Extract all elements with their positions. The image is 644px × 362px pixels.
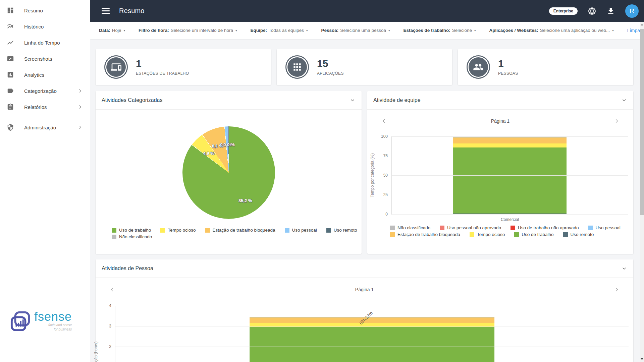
sidebar-item-administracao[interactable]: Administração bbox=[0, 119, 90, 135]
panel-title: Atividades Categorizadas bbox=[102, 97, 162, 103]
legend-row: Não classificadoUso pessoal não aprovado… bbox=[390, 225, 633, 230]
legend-item-tempo-ocioso[interactable]: Tempo ocioso bbox=[160, 228, 196, 233]
sidebar-item-label: Analytics bbox=[24, 72, 44, 78]
legend-swatch bbox=[160, 228, 165, 233]
legend-item-uso-pessoal[interactable]: Uso pessoal bbox=[285, 228, 317, 233]
dropdown-caret-icon: ▾ bbox=[306, 29, 308, 32]
sidebar-item-resumo[interactable]: Resumo bbox=[0, 2, 90, 18]
filter-label: Pessoa: bbox=[321, 28, 339, 33]
vertical-scrollbar[interactable] bbox=[640, 22, 644, 362]
filter-value: Selecione um intervalo de hora bbox=[171, 28, 233, 33]
stat-label: PESSOAS bbox=[498, 71, 518, 76]
scrollbar-thumb[interactable] bbox=[640, 29, 644, 215]
page-prev-icon[interactable] bbox=[109, 286, 116, 293]
fsense-logo-text: fsense bbox=[34, 311, 72, 322]
legend-swatch bbox=[112, 228, 116, 233]
filter-pessoa[interactable]: Pessoa:Selecione uma pessoa▾ bbox=[321, 28, 390, 33]
bar-segment-uso-de-trabalho bbox=[250, 327, 494, 362]
legend-label: Uso pessoal não aprovado bbox=[447, 225, 501, 230]
bar-segment-uso-de-trabalho bbox=[453, 147, 567, 214]
dropdown-caret-icon: ▾ bbox=[235, 29, 237, 32]
bar-segment-tempo-ocioso bbox=[453, 143, 567, 147]
gridline bbox=[392, 175, 628, 176]
filter-equipe[interactable]: Equipe:Todas as equipes▾ bbox=[250, 28, 308, 33]
sidebar-item-relatorios[interactable]: Relatórios bbox=[0, 99, 90, 115]
legend-label: Uso remoto bbox=[334, 228, 357, 233]
dropdown-caret-icon: ▾ bbox=[474, 29, 476, 32]
page-label: Página 1 bbox=[491, 118, 509, 124]
legend-swatch bbox=[563, 232, 568, 237]
stat-value: 1 bbox=[136, 59, 189, 69]
sidebar-divider bbox=[0, 117, 90, 117]
scroll-down-arrow-icon[interactable] bbox=[641, 358, 643, 360]
fsense-logo-icon bbox=[10, 311, 31, 332]
sidebar-item-label: Administração bbox=[24, 125, 56, 130]
person-stacked-bar-chart: Duração (horas) 03h:27m 432 bbox=[115, 306, 629, 362]
legend-row: Estação de trabalho bloqueadaTempo ocios… bbox=[390, 232, 633, 237]
legend-label: Uso de trabalho bbox=[522, 232, 553, 237]
filter-label: Filtro de hora: bbox=[139, 28, 169, 33]
user-avatar[interactable]: R bbox=[625, 4, 639, 18]
chevron-down-icon[interactable] bbox=[621, 97, 627, 103]
gridline bbox=[392, 214, 628, 215]
legend-item-uso-de-trabalho[interactable]: Uso de trabalho bbox=[514, 232, 553, 237]
sidebar-item-linha-do-tempo[interactable]: Linha do Tempo bbox=[0, 35, 90, 51]
panel-categorized-activities: Atividades Categorizadas 85,2 %4,9 %8,1 … bbox=[96, 91, 362, 254]
page-prev-icon[interactable] bbox=[381, 118, 387, 124]
sidebar-item-historico[interactable]: Histórico bbox=[0, 18, 90, 35]
filter-estacoes-de-trabalho[interactable]: Estações de trabalho:Selecione▾ bbox=[403, 28, 476, 33]
page-next-icon[interactable] bbox=[613, 118, 620, 124]
filter-label: Aplicações / Websites: bbox=[489, 28, 538, 33]
stat-value: 1 bbox=[498, 59, 518, 69]
filter-value: Selecione uma aplicação ou web... bbox=[540, 28, 610, 33]
sidebar-item-screenshots[interactable]: Screenshots bbox=[0, 51, 90, 67]
filter-aplicacoes-websites[interactable]: Aplicações / Websites:Selecione uma apli… bbox=[489, 28, 614, 33]
sidebar-item-label: Linha do Tempo bbox=[24, 40, 60, 46]
legend-item-nao-classificado[interactable]: Não classificado bbox=[112, 234, 152, 239]
legend-item-uso-de-trabalho[interactable]: Uso de trabalho bbox=[112, 228, 151, 233]
history-chart-icon bbox=[7, 23, 14, 30]
legend-item-estacao-de-trabalho-bloqueada[interactable]: Estação de trabalho bloqueada bbox=[205, 228, 275, 233]
legend-item-nao-classificado[interactable]: Não classificado bbox=[390, 225, 430, 230]
legend-label: Estação de trabalho bloqueada bbox=[213, 228, 275, 233]
chevron-down-icon[interactable] bbox=[350, 97, 356, 103]
legend-swatch bbox=[205, 228, 210, 233]
legend-item-uso-de-trabalho-nao-aprovado[interactable]: Uso de trabalho não aprovado bbox=[511, 225, 579, 230]
panel-title: Atividade de equipe bbox=[373, 97, 421, 103]
sidebar-item-categorizacao[interactable]: Categorização bbox=[0, 83, 90, 99]
legend-swatch bbox=[326, 228, 331, 233]
analytics-icon bbox=[7, 71, 14, 78]
legend-item-uso-pessoal[interactable]: Uso pessoal bbox=[588, 225, 621, 230]
filter-filtro-de-hora[interactable]: Filtro de hora:Selecione um intervalo de… bbox=[139, 28, 237, 33]
legend-item-uso-remoto[interactable]: Uso remoto bbox=[326, 228, 357, 233]
hamburger-menu-icon[interactable] bbox=[102, 8, 110, 14]
gridline bbox=[115, 326, 629, 326]
dropdown-caret-icon: ▾ bbox=[124, 29, 125, 32]
stat-label: ESTAÇÕES DE TRABALHO bbox=[136, 71, 189, 76]
legend-label: Uso pessoal bbox=[596, 225, 621, 230]
page-next-icon[interactable] bbox=[613, 286, 620, 293]
people-icon bbox=[467, 55, 490, 79]
legend-item-tempo-ocioso[interactable]: Tempo ocioso bbox=[470, 232, 505, 237]
legend-label: Tempo ocioso bbox=[477, 232, 505, 237]
legend-swatch bbox=[390, 226, 395, 230]
sidebar-item-analytics[interactable]: Analytics bbox=[0, 67, 90, 83]
chevron-down-icon[interactable] bbox=[621, 265, 627, 272]
stat-label: APLICAÇÕES bbox=[317, 71, 344, 76]
legend-swatch bbox=[390, 232, 395, 237]
download-icon[interactable] bbox=[606, 7, 615, 15]
language-globe-icon[interactable] bbox=[588, 7, 596, 15]
filter-data[interactable]: Data:Hoje▾ bbox=[99, 28, 125, 33]
legend-swatch bbox=[514, 232, 519, 237]
y-tick-label: 0 bbox=[385, 212, 388, 217]
gridline bbox=[392, 136, 628, 137]
legend-swatch bbox=[588, 226, 593, 230]
y-tick-label: 100 bbox=[381, 134, 388, 139]
filter-label: Equipe: bbox=[250, 28, 267, 33]
panel-team-activity: Atividade de equipe Página 1 Tempo por c… bbox=[367, 91, 633, 254]
scroll-up-arrow-icon[interactable] bbox=[641, 24, 643, 25]
legend-item-estacao-de-trabalho-bloqueada[interactable]: Estação de trabalho bloqueada bbox=[390, 232, 460, 237]
legend-item-uso-pessoal-nao-aprovado[interactable]: Uso pessoal não aprovado bbox=[440, 225, 501, 230]
legend-swatch bbox=[470, 232, 474, 237]
legend-item-uso-remoto[interactable]: Uso remoto bbox=[563, 232, 594, 237]
